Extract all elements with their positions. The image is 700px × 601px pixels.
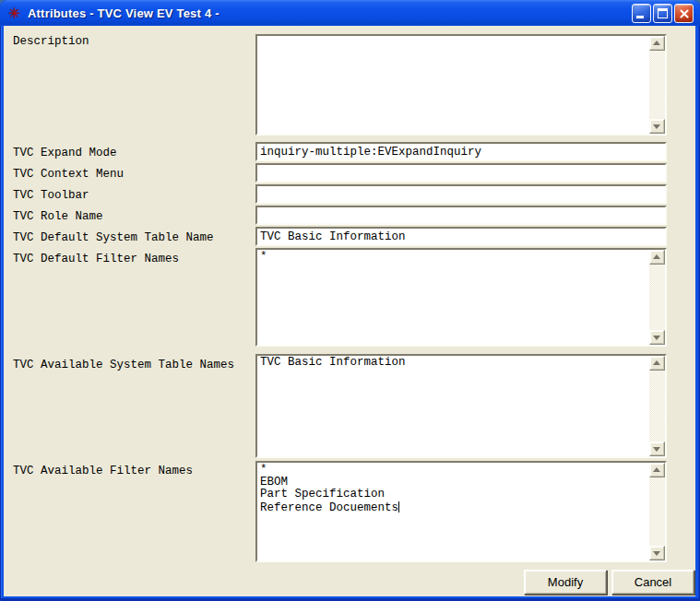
maximize-button[interactable]	[653, 4, 672, 23]
tvc-context-menu-label: TVC Context Menu	[13, 168, 124, 182]
scroll-down-button[interactable]	[649, 119, 665, 134]
scroll-up-button[interactable]	[649, 356, 665, 371]
arrow-up-icon	[653, 360, 660, 365]
scroll-down-button[interactable]	[649, 442, 665, 456]
tvc-role-name-input[interactable]	[255, 206, 667, 225]
arrow-down-icon	[653, 336, 660, 340]
window-title: Attributes - TVC View EV Test 4 -	[28, 6, 632, 20]
close-button[interactable]	[674, 4, 694, 23]
description-textarea[interactable]	[255, 34, 667, 136]
tvc-available-system-table-names-textarea[interactable]: TVC Basic Information	[255, 354, 667, 458]
tvc-toolbar-label: TVC Toolbar	[13, 189, 89, 203]
maximize-icon	[658, 8, 668, 18]
tvc-expand-mode-label: TVC Expand Mode	[13, 147, 117, 160]
modify-button[interactable]: Modify	[524, 570, 607, 595]
tvc-default-filter-names-label: TVC Default Filter Names	[13, 253, 179, 266]
scroll-up-button[interactable]	[649, 463, 665, 477]
tvc-toolbar-input[interactable]	[255, 184, 667, 204]
tvc-available-system-table-names-value: TVC Basic Information	[260, 356, 406, 369]
tvc-role-name-label: TVC Role Name	[13, 210, 103, 224]
description-label: Description	[13, 35, 89, 49]
titlebar[interactable]: ✳ Attributes - TVC View EV Test 4 -	[0, 0, 700, 26]
tvc-default-system-table-name-input[interactable]	[255, 227, 667, 246]
arrow-down-icon	[653, 447, 660, 452]
attributes-dialog-window: ✳ Attributes - TVC View EV Test 4 - Desc…	[0, 0, 700, 601]
minimize-button[interactable]	[632, 4, 651, 23]
tvc-default-filter-names-textarea[interactable]: *	[255, 248, 667, 347]
vertical-scrollbar[interactable]	[649, 250, 665, 345]
tvc-available-system-table-names-label: TVC Available System Table Names	[13, 359, 234, 372]
arrow-down-icon	[653, 124, 660, 129]
scroll-up-button[interactable]	[649, 36, 665, 51]
dialog-client-area: Description TVC Expand Mode TVC Context …	[4, 26, 695, 596]
minimize-icon	[636, 16, 644, 18]
scroll-down-button[interactable]	[649, 546, 665, 560]
tvc-default-filter-names-value: *	[260, 250, 267, 263]
red-asterisk-app-icon: ✳	[6, 6, 22, 21]
cancel-button[interactable]: Cancel	[611, 570, 694, 595]
tvc-context-menu-input[interactable]	[255, 163, 667, 183]
tvc-available-filter-names-textarea[interactable]: * EBOM Part Specification Reference Docu…	[255, 461, 667, 562]
tvc-available-filter-names-label: TVC Available Filter Names	[13, 465, 193, 478]
tvc-available-filter-names-value: * EBOM Part Specification Reference Docu…	[260, 463, 398, 514]
scroll-down-button[interactable]	[649, 330, 665, 345]
vertical-scrollbar[interactable]	[649, 36, 665, 134]
text-caret	[398, 501, 399, 513]
tvc-default-system-table-name-label: TVC Default System Table Name	[13, 231, 214, 245]
arrow-up-icon	[653, 467, 660, 472]
arrow-down-icon	[653, 551, 660, 556]
arrow-up-icon	[653, 254, 660, 259]
vertical-scrollbar[interactable]	[649, 463, 665, 560]
tvc-expand-mode-input[interactable]	[255, 142, 667, 161]
scroll-up-button[interactable]	[649, 250, 665, 265]
arrow-up-icon	[653, 41, 660, 45]
vertical-scrollbar[interactable]	[649, 356, 665, 456]
